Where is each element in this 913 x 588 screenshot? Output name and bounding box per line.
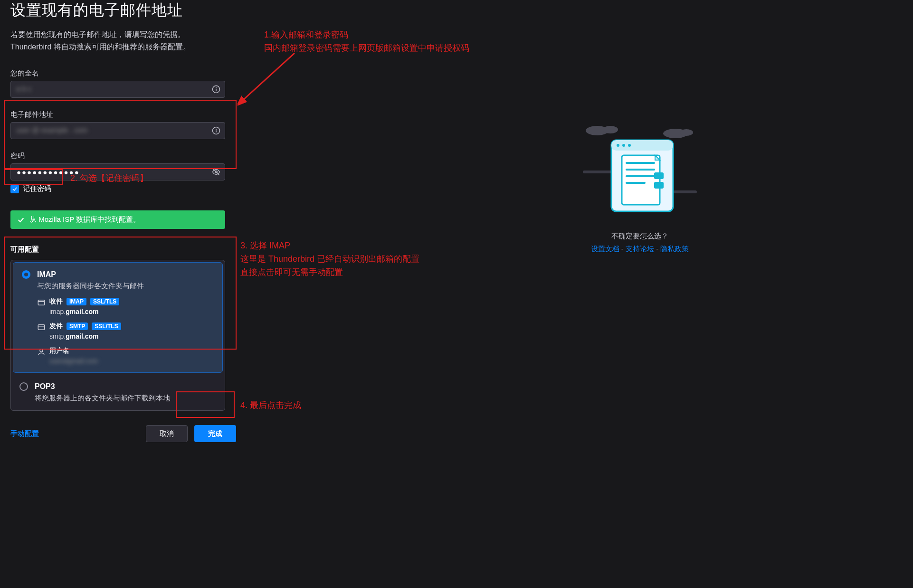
radio-pop3[interactable]: [19, 382, 28, 391]
svg-rect-18: [611, 140, 673, 151]
check-icon: [17, 216, 25, 224]
password-label: 密码: [10, 152, 236, 161]
help-links: 设置文档 - 支持论坛 - 隐私政策: [559, 245, 721, 254]
imap-title: IMAP: [37, 270, 56, 279]
subtitle-line-1: 若要使用您现有的电子邮件地址，请填写您的凭据。: [10, 28, 903, 41]
svg-rect-28: [654, 182, 664, 189]
upload-icon: [37, 323, 46, 330]
incoming-server: imap.gmail.com: [49, 308, 214, 315]
badge-ssl: SSL/TLS: [90, 298, 119, 305]
badge-ssl: SSL/TLS: [92, 322, 121, 330]
help-link-forum[interactable]: 支持论坛: [626, 245, 654, 253]
help-title: 不确定要怎么选？: [559, 232, 721, 241]
svg-rect-16: [673, 190, 697, 193]
info-icon: [212, 126, 220, 135]
imap-desc: 与您的服务器同步各文件夹与邮件: [37, 282, 214, 291]
radio-imap[interactable]: [22, 270, 30, 279]
incoming-label: 收件: [49, 297, 63, 306]
help-link-privacy[interactable]: 隐私政策: [660, 245, 689, 253]
available-config-label: 可用配置: [10, 245, 236, 254]
remember-password-label: 记住密码: [23, 184, 51, 193]
email-label: 电子邮件地址: [10, 110, 236, 119]
eye-off-icon[interactable]: [212, 168, 220, 176]
done-button[interactable]: 完成: [194, 425, 236, 442]
subtitle-line-2: Thunderbird 将自动搜索可用的和推荐的服务器配置。: [10, 41, 903, 53]
svg-rect-9: [38, 325, 45, 330]
outgoing-server: smtp.gmail.com: [49, 332, 214, 340]
cancel-button[interactable]: 取消: [146, 425, 188, 442]
svg-point-14: [680, 129, 693, 136]
outgoing-label: 发件: [49, 322, 63, 331]
svg-rect-27: [654, 172, 664, 179]
svg-point-21: [628, 144, 631, 147]
svg-point-12: [603, 126, 618, 133]
remember-password-checkbox[interactable]: [10, 185, 19, 193]
help-link-docs[interactable]: 设置文档: [591, 245, 619, 253]
config-option-imap[interactable]: IMAP 与您的服务器同步各文件夹与邮件 收件 IMAP SSL/TLS ima…: [13, 262, 223, 373]
download-icon: [37, 298, 46, 305]
pop3-title: POP3: [35, 382, 55, 391]
status-text: 从 Mozilla ISP 数据库中找到配置。: [29, 215, 140, 224]
config-panel: IMAP 与您的服务器同步各文件夹与邮件 收件 IMAP SSL/TLS ima…: [10, 260, 225, 411]
document-illustration-icon: [578, 119, 702, 224]
badge-smtp: SMTP: [67, 322, 88, 330]
help-illustration: 不确定要怎么选？ 设置文档 - 支持论坛 - 隐私政策: [559, 119, 721, 254]
fullname-input[interactable]: [10, 81, 225, 98]
badge-imap: IMAP: [67, 298, 86, 305]
manual-config-link[interactable]: 手动配置: [10, 429, 39, 438]
fullname-label: 您的全名: [10, 69, 236, 78]
status-bar: 从 Mozilla ISP 数据库中找到配置。: [10, 210, 225, 229]
info-icon: [212, 85, 220, 94]
username-value: useratgmail.com: [49, 357, 214, 365]
svg-point-19: [617, 144, 619, 147]
svg-rect-8: [38, 300, 45, 305]
page-title: 设置现有的电子邮件地址: [10, 0, 903, 21]
config-option-pop3[interactable]: POP3 将您服务器上的各文件夹与邮件下载到本地: [11, 375, 225, 410]
svg-point-10: [40, 349, 43, 352]
user-icon: [37, 348, 46, 354]
page-subtitle: 若要使用您现有的电子邮件地址，请填写您的凭据。 Thunderbird 将自动搜…: [10, 28, 903, 53]
username-label: 用户名: [49, 347, 69, 355]
pop3-desc: 将您服务器上的各文件夹与邮件下载到本地: [35, 394, 216, 403]
email-input[interactable]: [10, 122, 225, 139]
svg-point-20: [622, 144, 625, 147]
password-input[interactable]: [10, 163, 225, 180]
